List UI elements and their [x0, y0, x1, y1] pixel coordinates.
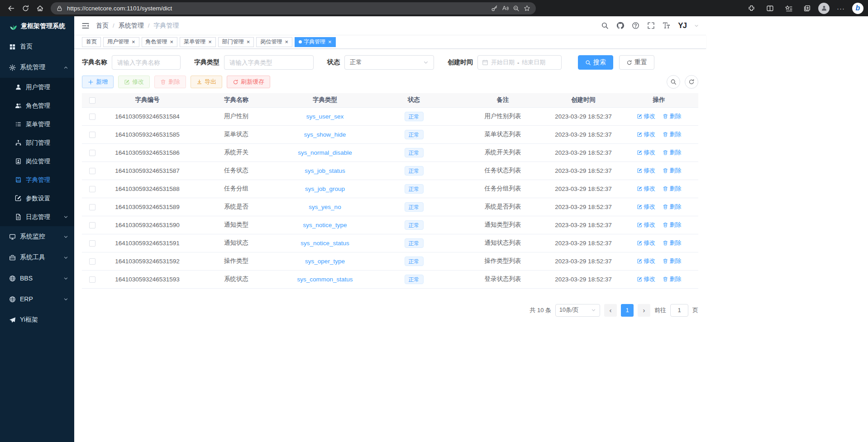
- split-screen-button[interactable]: [763, 1, 777, 15]
- tab-user[interactable]: 用户管理×: [103, 37, 139, 47]
- row-checkbox[interactable]: [89, 276, 95, 283]
- delete-link[interactable]: 删除: [663, 275, 682, 283]
- favorites-button[interactable]: [781, 1, 796, 15]
- delete-link[interactable]: 删除: [663, 166, 682, 175]
- sidebar-item-param[interactable]: 参数设置: [0, 189, 74, 208]
- sidebar-item-erp[interactable]: ERP: [0, 289, 74, 309]
- sidebar-item-system[interactable]: 系统管理: [0, 57, 74, 78]
- app-logo[interactable]: 意框架管理系统: [0, 16, 74, 36]
- date-range-picker[interactable]: 开始日期 - 结束日期: [477, 55, 562, 70]
- browser-back-button[interactable]: [4, 1, 18, 15]
- sidebar-item-log[interactable]: 日志管理: [0, 208, 74, 226]
- tab-dict-active[interactable]: 字典管理×: [295, 37, 336, 47]
- edit-link[interactable]: 修改: [637, 112, 656, 120]
- browser-refresh-button[interactable]: [18, 1, 33, 15]
- extensions-button[interactable]: [744, 1, 758, 15]
- edit-link[interactable]: 修改: [637, 148, 656, 157]
- export-button[interactable]: 导出: [191, 76, 222, 88]
- sidebar-item-menu[interactable]: 菜单管理: [0, 115, 74, 133]
- browser-profile-avatar[interactable]: [818, 3, 830, 14]
- sidebar-item-bbs[interactable]: BBS: [0, 268, 74, 289]
- row-checkbox[interactable]: [89, 114, 95, 120]
- edit-link[interactable]: 修改: [637, 130, 656, 138]
- delete-link[interactable]: 删除: [663, 239, 682, 247]
- browser-menu-button[interactable]: ···: [834, 1, 848, 15]
- help-button[interactable]: [632, 22, 639, 29]
- sidebar-item-role[interactable]: 角色管理: [0, 96, 74, 115]
- sidebar-item-dept[interactable]: 部门管理: [0, 133, 74, 152]
- tab-close-icon[interactable]: ×: [285, 39, 288, 45]
- breadcrumb-home[interactable]: 首页: [96, 22, 109, 30]
- row-checkbox[interactable]: [89, 204, 95, 210]
- avatar-dropdown[interactable]: [694, 22, 699, 30]
- dict-name-input[interactable]: [112, 55, 181, 70]
- refresh-cache-button[interactable]: 刷新缓存: [227, 76, 270, 88]
- delete-link[interactable]: 删除: [663, 185, 682, 193]
- breadcrumb-system[interactable]: 系统管理: [119, 22, 144, 30]
- dict-type-link[interactable]: sys_oper_type: [305, 258, 345, 265]
- add-button[interactable]: 新增: [82, 76, 114, 88]
- page-size-select[interactable]: 10条/页: [555, 304, 600, 317]
- password-key-icon[interactable]: [491, 5, 498, 12]
- dict-type-link[interactable]: sys_user_sex: [306, 113, 344, 120]
- sidebar-item-monitor[interactable]: 系统监控: [0, 226, 74, 247]
- browser-home-button[interactable]: [33, 1, 47, 15]
- refresh-table-button[interactable]: [685, 75, 698, 89]
- tab-close-icon[interactable]: ×: [247, 39, 250, 45]
- dict-type-link[interactable]: sys_notice_type: [303, 222, 347, 228]
- delete-link[interactable]: 删除: [663, 221, 682, 229]
- delete-link[interactable]: 删除: [663, 112, 682, 120]
- collections-button[interactable]: [800, 1, 814, 15]
- favorite-star-icon[interactable]: [524, 5, 530, 12]
- tab-close-icon[interactable]: ×: [132, 39, 135, 45]
- browser-address-bar[interactable]: https://ccnetcore.com:1101/system/dict: [51, 2, 536, 14]
- sidebar-item-user[interactable]: 用户管理: [0, 78, 74, 96]
- tab-close-icon[interactable]: ×: [170, 39, 174, 45]
- dict-type-link[interactable]: sys_normal_disable: [298, 149, 352, 156]
- header-search-button[interactable]: [601, 22, 609, 29]
- row-checkbox[interactable]: [89, 186, 95, 192]
- tab-home[interactable]: 首页: [82, 37, 101, 47]
- edit-link[interactable]: 修改: [637, 221, 656, 229]
- tab-menu[interactable]: 菜单管理×: [180, 37, 216, 47]
- dict-type-input[interactable]: [224, 55, 314, 70]
- delete-link[interactable]: 删除: [663, 257, 682, 265]
- fullscreen-button[interactable]: [647, 22, 655, 29]
- row-checkbox[interactable]: [89, 132, 95, 138]
- sidebar-item-tools[interactable]: 系统工具: [0, 247, 74, 268]
- tab-close-icon[interactable]: ×: [328, 39, 332, 45]
- dict-type-link[interactable]: sys_job_status: [305, 167, 345, 174]
- sidebar-item-post[interactable]: 岗位管理: [0, 152, 74, 171]
- dict-type-link[interactable]: sys_notice_status: [300, 240, 349, 247]
- select-all-checkbox[interactable]: [89, 97, 95, 104]
- bing-chat-button[interactable]: b: [852, 3, 863, 14]
- read-aloud-icon[interactable]: [502, 5, 509, 12]
- tab-close-icon[interactable]: ×: [208, 39, 212, 45]
- status-select[interactable]: 正常: [344, 55, 434, 70]
- reset-button[interactable]: 重置: [619, 55, 654, 70]
- prev-page-button[interactable]: ‹: [604, 304, 617, 317]
- delete-button[interactable]: 删除: [154, 76, 186, 88]
- delete-link[interactable]: 删除: [663, 148, 682, 157]
- row-checkbox[interactable]: [89, 240, 95, 247]
- sidebar-item-dict[interactable]: 字典管理: [0, 171, 74, 189]
- dict-type-link[interactable]: sys_yes_no: [309, 204, 341, 210]
- page-number-1[interactable]: 1: [621, 304, 634, 317]
- row-checkbox[interactable]: [89, 168, 95, 174]
- delete-link[interactable]: 删除: [663, 130, 682, 138]
- dict-type-link[interactable]: sys_job_group: [305, 185, 345, 192]
- edit-link[interactable]: 修改: [637, 203, 656, 211]
- font-size-button[interactable]: [663, 22, 670, 29]
- row-checkbox[interactable]: [89, 150, 95, 156]
- user-avatar-logo[interactable]: YJ: [678, 21, 687, 30]
- row-checkbox[interactable]: [89, 222, 95, 228]
- tab-post[interactable]: 岗位管理×: [256, 37, 292, 47]
- edit-button[interactable]: 修改: [118, 76, 150, 88]
- sidebar-item-yi[interactable]: Yi框架: [0, 309, 74, 330]
- edit-link[interactable]: 修改: [637, 275, 656, 283]
- edit-link[interactable]: 修改: [637, 239, 656, 247]
- edit-link[interactable]: 修改: [637, 257, 656, 265]
- tab-dept[interactable]: 部门管理×: [218, 37, 254, 47]
- tab-role[interactable]: 角色管理×: [142, 37, 178, 47]
- edit-link[interactable]: 修改: [637, 185, 656, 193]
